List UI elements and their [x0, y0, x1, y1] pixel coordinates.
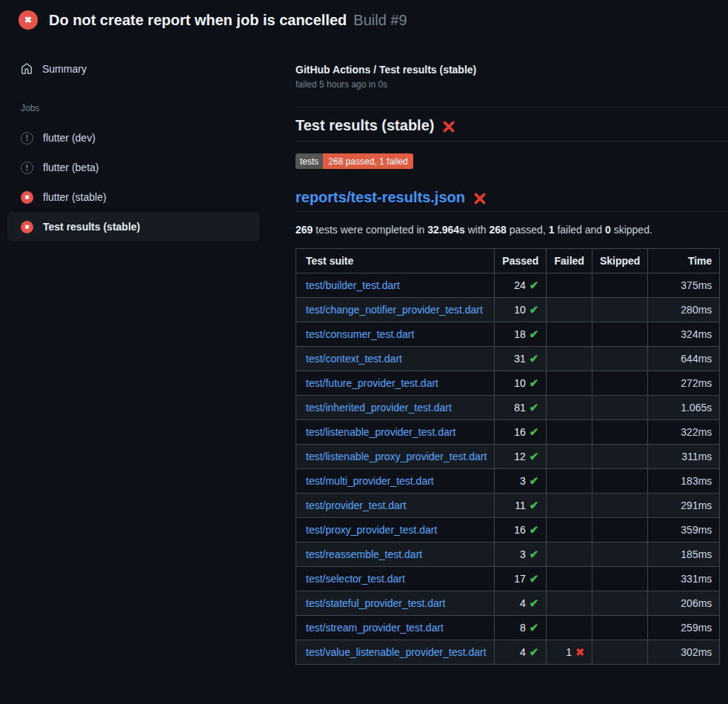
failed-cell	[547, 273, 592, 298]
suite-link[interactable]: test/builder_test.dart	[306, 279, 400, 291]
table-row: test/listenable_provider_test.dart16✔322…	[296, 420, 720, 445]
suite-link[interactable]: test/reassemble_test.dart	[306, 548, 422, 560]
passed-count: 3	[520, 548, 526, 560]
results-table: Test suite Passed Failed Skipped Time te…	[295, 248, 720, 665]
table-row: test/reassemble_test.dart3✔185ms	[296, 542, 720, 567]
suite-cell: test/value_listenable_provider_test.dart	[296, 640, 495, 665]
suite-link[interactable]: test/context_test.dart	[306, 353, 402, 365]
suite-link[interactable]: test/stream_provider_test.dart	[306, 622, 444, 634]
passed-cell: 10✔	[495, 371, 547, 396]
suite-link[interactable]: test/listenable_provider_test.dart	[306, 426, 455, 438]
suite-link[interactable]: test/inherited_provider_test.dart	[306, 402, 452, 414]
skipped-cell	[592, 445, 647, 469]
check-icon: ✔	[530, 572, 539, 585]
time-cell: 311ms	[648, 445, 720, 469]
check-icon: ✔	[530, 303, 539, 316]
suite-cell: test/context_test.dart	[296, 347, 495, 371]
time-cell: 291ms	[648, 494, 720, 518]
check-icon: ✔	[530, 328, 539, 340]
suite-link[interactable]: test/future_provider_test.dart	[306, 377, 438, 389]
skipped-cell	[592, 640, 647, 665]
suite-link[interactable]: test/proxy_provider_test.dart	[306, 524, 437, 536]
fail-cross-icon	[442, 120, 455, 133]
summary-label: Summary	[42, 63, 87, 75]
failed-cell	[547, 298, 592, 322]
header-divider	[295, 107, 728, 107]
time-cell: 206ms	[648, 591, 720, 616]
check-icon: ✔	[530, 645, 539, 658]
failed-cell	[547, 567, 592, 591]
table-row: test/stream_provider_test.dart8✔259ms	[296, 616, 720, 640]
suite-link[interactable]: test/provider_test.dart	[306, 499, 406, 511]
summary-fragment: skipped.	[611, 224, 652, 236]
sidebar-item-flutter-dev[interactable]: !flutter (dev)	[7, 123, 260, 153]
suite-cell: test/stream_provider_test.dart	[296, 616, 495, 640]
fail-cross-icon	[473, 192, 487, 205]
failed-cell	[547, 542, 592, 567]
failed-count: 1	[566, 646, 572, 658]
passed-cell: 24✔	[495, 273, 547, 298]
table-row: test/consumer_test.dart18✔324ms	[296, 322, 720, 347]
failed-cell	[547, 445, 592, 469]
suite-cell: test/provider_test.dart	[296, 494, 495, 518]
table-row: test/future_provider_test.dart10✔272ms	[296, 371, 720, 396]
check-icon: ✔	[530, 499, 539, 511]
suite-link[interactable]: test/consumer_test.dart	[306, 328, 414, 340]
suite-link[interactable]: test/stateful_provider_test.dart	[306, 597, 445, 609]
passed-count: 10	[514, 304, 526, 316]
skipped-cell	[592, 591, 647, 616]
skipped-cell	[592, 298, 647, 322]
sidebar: Summary Jobs !flutter (dev)!flutter (bet…	[0, 0, 290, 242]
passed-cell: 81✔	[495, 396, 547, 420]
column-header-test-suite: Test suite	[296, 249, 495, 273]
suite-link[interactable]: test/value_listenable_provider_test.dart	[306, 646, 487, 658]
suite-link[interactable]: test/listenable_proxy_provider_test.dart	[306, 451, 487, 462]
check-icon: ✔	[530, 621, 539, 634]
suite-cell: test/multi_provider_test.dart	[296, 469, 495, 494]
passed-cell: 3✔	[495, 542, 547, 567]
summary-text: 269 tests were completed in 32.964s with…	[295, 224, 728, 236]
passed-count: 8	[520, 622, 526, 634]
suite-cell: test/future_provider_test.dart	[296, 371, 495, 396]
sidebar-item-label: flutter (beta)	[43, 162, 98, 173]
time-cell: 1.065s	[648, 396, 720, 420]
skipped-cell	[592, 567, 647, 591]
table-row: test/proxy_provider_test.dart16✔359ms	[296, 518, 720, 542]
time-cell: 185ms	[648, 542, 720, 567]
suite-link[interactable]: test/change_notifier_provider_test.dart	[306, 304, 483, 316]
passed-count: 16	[514, 426, 526, 438]
check-icon: ✔	[530, 523, 539, 536]
section-title: Test results (stable)	[295, 117, 434, 134]
sidebar-item-summary[interactable]: Summary	[0, 54, 290, 84]
failed-cell	[547, 518, 592, 542]
sidebar-item-flutter-stable[interactable]: ✖flutter (stable)	[7, 182, 260, 212]
suite-link[interactable]: test/multi_provider_test.dart	[306, 475, 434, 487]
passed-count: 31	[514, 353, 526, 365]
time-cell: 183ms	[648, 469, 720, 494]
skipped-cell	[592, 273, 647, 298]
summary-fragment: failed and	[555, 224, 606, 236]
passed-cell: 12✔	[495, 445, 547, 469]
suite-link[interactable]: test/selector_test.dart	[306, 573, 405, 585]
failed-cell	[547, 591, 592, 616]
skipped-cell	[592, 469, 647, 494]
failed-cell	[547, 322, 592, 347]
passed-cell: 17✔	[495, 567, 547, 591]
status-line: failed 5 hours ago in 0s	[295, 79, 728, 90]
report-file-link[interactable]: reports/test-results.json	[295, 189, 465, 206]
suite-cell: test/listenable_provider_test.dart	[296, 420, 495, 445]
summary-number: 32.964s	[427, 224, 465, 236]
passed-count: 11	[515, 499, 526, 511]
column-header-failed: Failed	[547, 249, 592, 273]
sidebar-item-flutter-beta[interactable]: !flutter (beta)	[7, 153, 260, 182]
check-icon: ✔	[530, 376, 539, 389]
time-cell: 375ms	[648, 273, 720, 298]
sidebar-item-test-results-stable[interactable]: ✖Test results (stable)	[7, 212, 260, 242]
passed-cell: 16✔	[495, 518, 547, 542]
check-icon: ✔	[530, 425, 539, 438]
table-row: test/provider_test.dart11✔291ms	[296, 494, 720, 518]
cancelled-status-icon: !	[21, 162, 33, 174]
table-row: test/builder_test.dart24✔375ms	[296, 273, 720, 298]
passed-cell: 18✔	[495, 322, 547, 347]
time-cell: 331ms	[648, 567, 720, 591]
